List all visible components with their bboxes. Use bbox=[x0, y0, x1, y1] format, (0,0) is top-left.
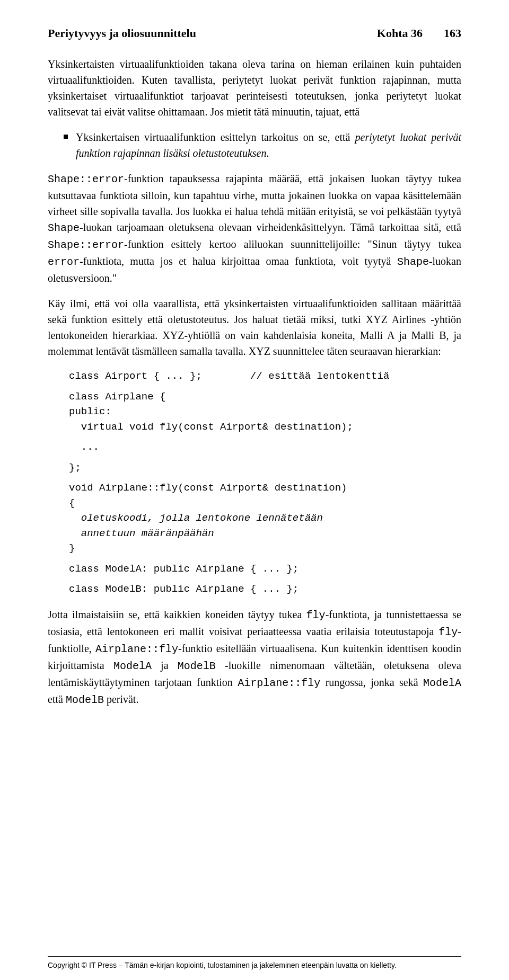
code-block-2: class Airplane { public: virtual void fl… bbox=[69, 389, 461, 435]
code-block-6: class ModelA: public Airplane { ... }; bbox=[69, 562, 461, 577]
text-part: ja bbox=[152, 660, 178, 671]
text-part: perivät. bbox=[104, 693, 139, 705]
bullet-text-end: . bbox=[266, 147, 269, 159]
code-italic: oletuskoodi, jolla lentokone lennätetään… bbox=[69, 512, 323, 539]
code-block-7: class ModelB: public Airplane { ... }; bbox=[69, 582, 461, 597]
code-inline: ModelB bbox=[66, 694, 104, 706]
footer-copyright: Copyright © IT Press – Tämän e-kirjan ko… bbox=[48, 956, 461, 969]
header-title: Periytyvyys ja oliosuunnittelu bbox=[48, 26, 196, 40]
text-part: -funktion esittely kertoo aliluokan suun… bbox=[124, 238, 461, 250]
code-inline: error bbox=[48, 256, 80, 268]
header-right: Kohta 36 163 bbox=[377, 26, 461, 40]
page-header: Periytyvyys ja oliosuunnittelu Kohta 36 … bbox=[48, 26, 461, 40]
text-part: -funktiota, mutta jos et halua kirjoitta… bbox=[80, 255, 397, 267]
paragraph-1: Yksinkertaisten virtuaalifunktioiden tak… bbox=[48, 56, 461, 120]
paragraph-3: Käy ilmi, että voi olla vaarallista, ett… bbox=[48, 296, 461, 359]
code-inline: ModelB bbox=[178, 660, 216, 672]
text-part: -luokan tarjoamaan oletuksena olevaan vi… bbox=[80, 221, 461, 233]
code-inline: Shape bbox=[48, 222, 80, 234]
bullet-text: Yksinkertaisen virtuaalifunktion esittel… bbox=[76, 129, 461, 161]
bullet-item: Yksinkertaisen virtuaalifunktion esittel… bbox=[64, 129, 461, 161]
code-inline: Shape::error bbox=[48, 173, 124, 185]
paragraph-4: Jotta ilmaistaisiin se, että kaikkien ko… bbox=[48, 607, 461, 708]
text-part: rungossa, jonka sekä bbox=[320, 676, 423, 688]
bullet-text-part: Yksinkertaisen virtuaalifunktion esittel… bbox=[76, 131, 355, 143]
code-inline: fly bbox=[306, 609, 326, 621]
code-inline: fly bbox=[438, 626, 458, 638]
code-inline: Shape bbox=[397, 256, 429, 268]
code-inline: Airplane::fly bbox=[95, 643, 178, 655]
code-inline: Airplane::fly bbox=[238, 677, 320, 689]
header-section: Kohta 36 bbox=[377, 26, 423, 40]
code-text: void Airplane::fly(const Airport& destin… bbox=[69, 482, 347, 509]
code-inline: ModelA bbox=[423, 677, 461, 689]
text-part: että bbox=[48, 693, 66, 705]
code-block-3: ... bbox=[69, 440, 461, 455]
code-block-1: class Airport { ... }; // esittää lentok… bbox=[69, 369, 461, 384]
code-inline: Shape::error bbox=[48, 239, 124, 251]
code-inline: ModelA bbox=[113, 660, 152, 672]
bullet-marker-icon bbox=[64, 135, 68, 139]
header-page: 163 bbox=[444, 26, 461, 40]
code-block-5: void Airplane::fly(const Airport& destin… bbox=[69, 480, 461, 556]
paragraph-2: Shape::error-funktion tapauksessa rajapi… bbox=[48, 171, 461, 286]
code-block-4: }; bbox=[69, 460, 461, 476]
text-part: Jotta ilmaistaisiin se, että kaikkien ko… bbox=[48, 609, 306, 620]
code-text: } bbox=[69, 542, 75, 554]
